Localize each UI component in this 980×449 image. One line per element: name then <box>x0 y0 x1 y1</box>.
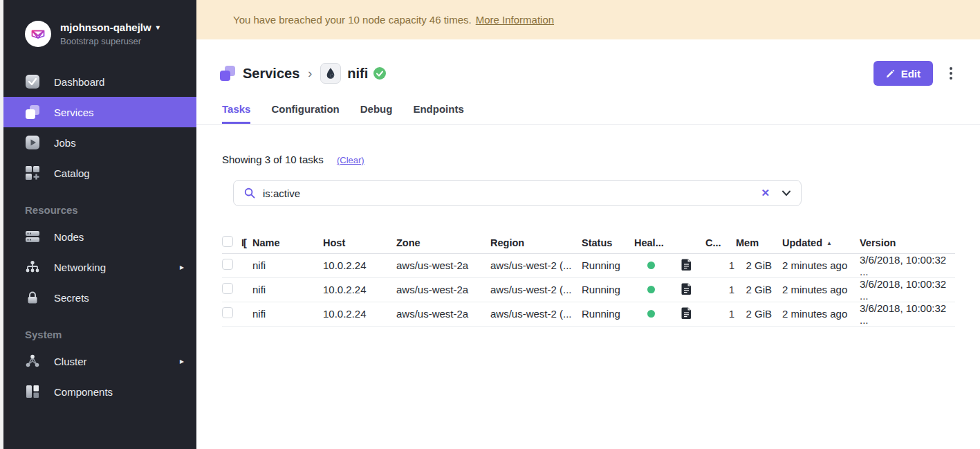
task-updated: 2 minutes ago <box>773 277 855 302</box>
task-count: 1 <box>705 277 736 302</box>
task-name: nifi <box>252 277 323 302</box>
sort-asc-icon: ▲ <box>826 240 832 246</box>
services-icon <box>25 104 40 120</box>
task-status: Running <box>582 253 634 277</box>
page-header: Services › nifi Edit <box>196 39 980 86</box>
healthy-check-icon <box>373 67 386 80</box>
name-column-header[interactable]: Name <box>252 232 323 253</box>
logs-file-icon[interactable] <box>681 307 692 319</box>
sidebar-item-jobs[interactable]: Jobs <box>3 127 196 158</box>
section-label-resources: Resources <box>3 204 196 216</box>
task-region: aws/us-west-2 (... <box>490 302 582 326</box>
tab-endpoints[interactable]: Endpoints <box>413 103 463 124</box>
nifi-service-badge <box>320 63 341 84</box>
tab-tasks[interactable]: Tasks <box>222 103 250 124</box>
task-mem: 2 GiB <box>736 277 773 302</box>
task-version: 3/6/2018, 10:00:32 ... <box>855 302 955 326</box>
sidebar-item-label: Nodes <box>54 231 84 243</box>
row-checkbox[interactable] <box>222 283 233 294</box>
task-version: 3/6/2018, 10:00:32 ... <box>855 253 955 277</box>
sidebar-item-label: Networking <box>54 262 106 273</box>
id-column-header[interactable]: I[ <box>241 232 252 253</box>
sidebar-nav: Dashboard Services Jobs Catalog <box>3 66 196 407</box>
logs-file-icon[interactable] <box>681 259 692 271</box>
task-updated: 2 minutes ago <box>773 302 855 326</box>
dashboard-icon <box>25 74 40 89</box>
table-row[interactable]: nifi 10.0.2.24 aws/us-west-2a aws/us-wes… <box>222 302 955 326</box>
status-column-header[interactable]: Status <box>582 232 634 253</box>
user-name: mjohnson-qahejlw <box>60 21 151 33</box>
logs-file-icon[interactable] <box>681 283 692 295</box>
sidebar-item-secrets[interactable]: Secrets <box>3 282 196 313</box>
jobs-icon <box>25 135 40 150</box>
sidebar-item-label: Services <box>54 107 94 118</box>
search-input[interactable] <box>263 187 758 199</box>
logs-column-header <box>667 232 705 253</box>
host-column-header[interactable]: Host <box>323 232 396 253</box>
task-status: Running <box>582 302 634 326</box>
submenu-arrow-icon: ▸ <box>180 262 184 272</box>
sidebar-item-services[interactable]: Services <box>3 97 196 127</box>
results-summary: Showing 3 of 10 tasks (Clear) <box>222 154 955 165</box>
caret-down-icon: ▾ <box>156 24 160 31</box>
components-icon <box>25 384 40 399</box>
user-menu[interactable]: mjohnson-qahejlw ▾ Bootstrap superuser <box>3 0 196 47</box>
sidebar-item-components[interactable]: Components <box>3 376 196 407</box>
task-id-cell <box>241 302 252 326</box>
health-column-header[interactable]: Heal... <box>634 232 667 253</box>
task-host: 10.0.2.24 <box>323 302 396 326</box>
sidebar-item-networking[interactable]: Networking ▸ <box>3 252 196 282</box>
task-host: 10.0.2.24 <box>323 253 396 277</box>
task-version: 3/6/2018, 10:00:32 ... <box>855 277 955 302</box>
sidebar-item-label: Secrets <box>54 292 89 304</box>
clear-search-icon[interactable]: ✕ <box>758 185 773 201</box>
mem-column-header[interactable]: Mem <box>736 232 773 253</box>
task-zone: aws/us-west-2a <box>396 253 490 277</box>
results-summary-text: Showing 3 of 10 tasks <box>222 154 324 165</box>
task-mem: 2 GiB <box>736 253 773 277</box>
count-column-header[interactable]: C... <box>705 232 736 253</box>
version-column-header[interactable]: Version <box>855 232 955 253</box>
row-checkbox[interactable] <box>222 259 233 270</box>
submenu-arrow-icon: ▸ <box>180 356 184 366</box>
sidebar-item-label: Jobs <box>54 137 76 149</box>
user-role: Bootstrap superuser <box>60 36 160 46</box>
services-breadcrumb-icon <box>219 65 236 82</box>
networking-icon <box>25 259 40 275</box>
task-region: aws/us-west-2 (... <box>490 253 582 277</box>
task-zone: aws/us-west-2a <box>396 277 490 302</box>
select-all-checkbox[interactable] <box>222 236 233 247</box>
tab-configuration[interactable]: Configuration <box>271 103 339 124</box>
table-row[interactable]: nifi 10.0.2.24 aws/us-west-2a aws/us-wes… <box>222 253 955 277</box>
more-information-link[interactable]: More Information <box>476 14 554 26</box>
task-zone: aws/us-west-2a <box>396 302 490 326</box>
zone-column-header[interactable]: Zone <box>396 232 490 253</box>
updated-column-header[interactable]: Updated▲ <box>773 232 855 253</box>
tab-debug[interactable]: Debug <box>360 103 393 124</box>
sidebar-item-catalog[interactable]: Catalog <box>3 158 196 188</box>
edit-button[interactable]: Edit <box>873 61 933 86</box>
main-content: You have breached your 10 node capacity … <box>196 0 980 327</box>
health-dot-icon <box>647 262 655 269</box>
sidebar-item-nodes[interactable]: Nodes <box>3 221 196 252</box>
row-checkbox[interactable] <box>222 307 233 318</box>
sidebar-item-label: Cluster <box>54 356 87 367</box>
task-count: 1 <box>705 253 736 277</box>
task-name: nifi <box>252 253 323 277</box>
region-column-header[interactable]: Region <box>490 232 582 253</box>
table-row[interactable]: nifi 10.0.2.24 aws/us-west-2a aws/us-wes… <box>222 277 955 302</box>
sidebar-item-dashboard[interactable]: Dashboard <box>3 66 196 97</box>
health-dot-icon <box>647 310 655 318</box>
sidebar-item-cluster[interactable]: Cluster ▸ <box>3 346 196 376</box>
select-all-header <box>222 232 241 253</box>
task-mem: 2 GiB <box>736 302 773 326</box>
task-updated: 2 minutes ago <box>773 253 855 277</box>
clear-filter-link[interactable]: (Clear) <box>337 155 364 165</box>
task-id-cell <box>241 277 252 302</box>
task-status: Running <box>582 277 634 302</box>
breadcrumb-services[interactable]: Services <box>243 66 299 82</box>
sidebar: mjohnson-qahejlw ▾ Bootstrap superuser D… <box>3 0 196 449</box>
more-actions-kebab-icon[interactable] <box>947 64 955 82</box>
search-options-chevron-icon[interactable] <box>782 190 791 196</box>
tasks-panel: Showing 3 of 10 tasks (Clear) ✕ <box>196 154 980 327</box>
